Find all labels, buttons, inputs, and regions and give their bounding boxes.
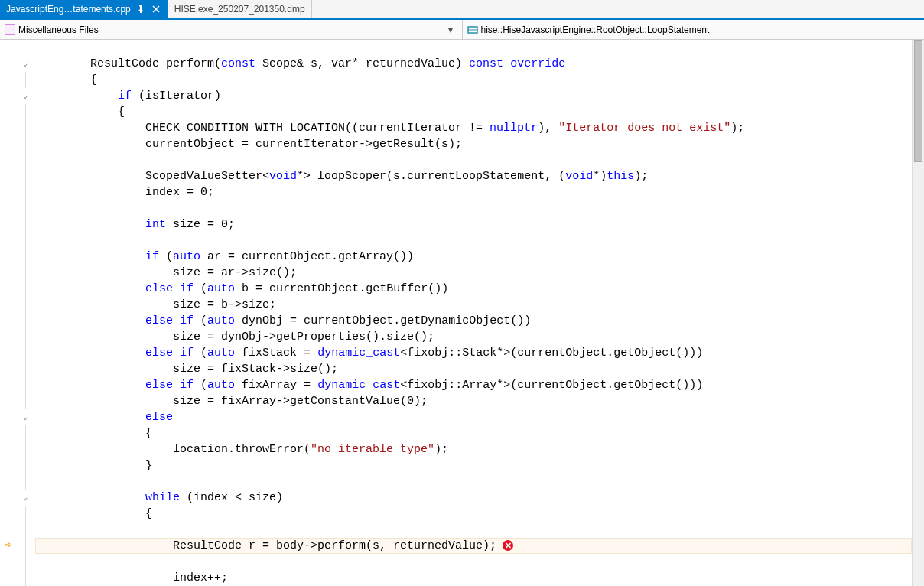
fold-row[interactable]	[17, 554, 34, 570]
fold-row[interactable]: ⌄	[17, 56, 34, 72]
code-line[interactable]: }	[35, 457, 912, 474]
fold-row[interactable]	[17, 168, 34, 184]
code-line[interactable]: size = fixStack->size();	[35, 361, 912, 377]
code-line[interactable]: ScopedValueSetter<void*> loopScoper(s.cu…	[35, 168, 912, 184]
tab-active[interactable]: JavascriptEng…tatements.cpp	[0, 0, 168, 18]
fold-row[interactable]	[17, 281, 34, 297]
error-icon[interactable]: ✕	[503, 540, 513, 551]
fold-toggle-icon[interactable]: ⌄	[23, 409, 28, 425]
code-line[interactable]: {	[35, 506, 912, 522]
fold-toggle-icon[interactable]: ⌄	[23, 56, 28, 72]
context-project-dropdown[interactable]: Miscellaneous Files ▾	[0, 20, 463, 39]
fold-row[interactable]	[17, 136, 34, 152]
code-line[interactable]: size = dynObj->getProperties().size();	[35, 329, 912, 345]
close-icon[interactable]	[151, 4, 161, 15]
code-line[interactable]: size = fixArray->getConstantValue(0);	[35, 393, 912, 409]
code-line[interactable]: int size = 0;	[35, 216, 912, 233]
code-line[interactable]	[35, 233, 912, 249]
code-line[interactable]: else if (auto b = currentObject.getBuffe…	[35, 281, 912, 297]
tab-inactive[interactable]: HISE.exe_250207_201350.dmp	[168, 0, 312, 18]
fold-row[interactable]	[17, 393, 34, 409]
fold-row[interactable]	[17, 120, 34, 136]
glyph-row	[0, 474, 17, 490]
code-line[interactable]: if (isIterator)	[35, 88, 912, 104]
context-bar: Miscellaneous Files ▾ hise::HiseJavascri…	[0, 20, 924, 40]
code-line[interactable]: ResultCode perform(const Scope& s, var* …	[35, 56, 912, 72]
fold-row[interactable]	[17, 200, 34, 216]
code-line[interactable]: while (index < size)	[35, 490, 912, 506]
fold-row[interactable]	[17, 425, 34, 441]
code-line[interactable]: else if (auto dynObj = currentObject.get…	[35, 313, 912, 329]
fold-row[interactable]	[17, 72, 34, 88]
chevron-down-icon[interactable]: ▾	[444, 24, 457, 35]
glyph-margin: ➪	[0, 40, 17, 586]
glyph-row	[0, 361, 17, 377]
fold-row[interactable]	[17, 345, 34, 361]
code-line[interactable]	[35, 554, 912, 570]
glyph-row	[0, 184, 17, 200]
code-line[interactable]: else if (auto fixArray = dynamic_cast<fi…	[35, 377, 912, 393]
code-line[interactable]: if (auto ar = currentObject.getArray())	[35, 249, 912, 265]
struct-icon	[467, 24, 478, 35]
fold-row[interactable]	[17, 152, 34, 168]
context-scope-dropdown[interactable]: hise::HiseJavascriptEngine::RootObject::…	[463, 20, 925, 39]
glyph-row	[0, 297, 17, 313]
code-line[interactable]: currentObject = currentIterator->getResu…	[35, 136, 912, 152]
glyph-row	[0, 152, 17, 168]
code-line[interactable]: location.throwError("no iterable type");	[35, 441, 912, 457]
fold-row[interactable]: ⌄	[17, 88, 34, 104]
fold-row[interactable]	[17, 104, 34, 120]
fold-row[interactable]: ⌄	[17, 409, 34, 425]
fold-row[interactable]	[17, 249, 34, 265]
fold-row[interactable]	[17, 570, 34, 586]
code-line[interactable]	[35, 200, 912, 216]
code-line[interactable]: size = b->size;	[35, 297, 912, 313]
scrollbar-thumb[interactable]	[914, 40, 922, 162]
fold-row[interactable]	[17, 184, 34, 200]
glyph-row	[0, 72, 17, 88]
fold-row[interactable]	[17, 457, 34, 474]
code-line[interactable]: CHECK_CONDITION_WITH_LOCATION((currentIt…	[35, 120, 912, 136]
glyph-row	[0, 409, 17, 425]
fold-row[interactable]	[17, 233, 34, 249]
code-line[interactable]	[35, 522, 912, 538]
glyph-row	[0, 377, 17, 393]
code-line[interactable]	[35, 40, 912, 56]
fold-row[interactable]	[17, 441, 34, 457]
fold-toggle-icon[interactable]: ⌄	[23, 490, 28, 506]
fold-row[interactable]	[17, 313, 34, 329]
code-line[interactable]: {	[35, 72, 912, 88]
fold-row[interactable]	[17, 216, 34, 233]
fold-row[interactable]: ⌄	[17, 490, 34, 506]
fold-row[interactable]	[17, 40, 34, 56]
tab-label: HISE.exe_250207_201350.dmp	[174, 4, 305, 15]
fold-row[interactable]	[17, 297, 34, 313]
code-line[interactable]: {	[35, 425, 912, 441]
glyph-row	[0, 506, 17, 522]
code-line[interactable]: else	[35, 409, 912, 425]
fold-row[interactable]	[17, 265, 34, 281]
fold-row[interactable]	[17, 522, 34, 538]
code-line[interactable]: {	[35, 104, 912, 120]
code-line[interactable]: size = ar->size();	[35, 265, 912, 281]
fold-toggle-icon[interactable]: ⌄	[23, 88, 28, 104]
code-editor[interactable]: ➪ ⌄⌄⌄⌄ ResultCode perform(const Scope& s…	[0, 40, 924, 586]
code-area[interactable]: ResultCode perform(const Scope& s, var* …	[34, 40, 912, 586]
code-line[interactable]: else if (auto fixStack = dynamic_cast<fi…	[35, 345, 912, 361]
code-line[interactable]: index++;	[35, 570, 912, 586]
fold-row[interactable]	[17, 329, 34, 345]
fold-margin[interactable]: ⌄⌄⌄⌄	[17, 40, 34, 586]
code-line[interactable]	[35, 474, 912, 490]
fold-row[interactable]	[17, 474, 34, 490]
fold-row[interactable]	[17, 538, 34, 554]
current-statement-icon: ➪	[5, 538, 11, 554]
fold-row[interactable]	[17, 361, 34, 377]
fold-row[interactable]	[17, 377, 34, 393]
glyph-row	[0, 490, 17, 506]
pin-icon[interactable]	[135, 4, 146, 15]
vertical-scrollbar[interactable]	[912, 40, 924, 586]
fold-row[interactable]	[17, 506, 34, 522]
code-line[interactable]: index = 0;	[35, 184, 912, 200]
code-line[interactable]: ResultCode r = body->perform(s, returned…	[35, 538, 912, 554]
code-line[interactable]	[35, 152, 912, 168]
